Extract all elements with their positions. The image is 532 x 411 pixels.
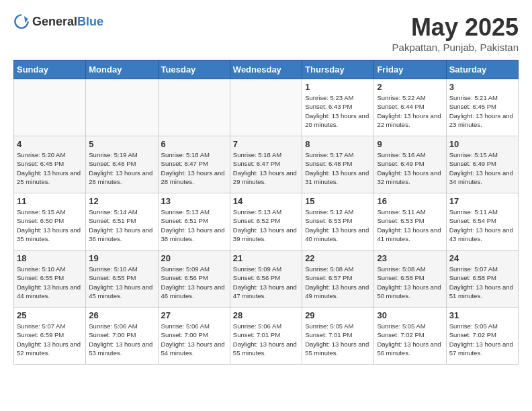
day-info: Sunrise: 5:18 AMSunset: 6:47 PMDaylight:… (233, 150, 299, 186)
day-info: Sunrise: 5:14 AMSunset: 6:51 PMDaylight:… (89, 208, 154, 243)
day-number: 6 (161, 139, 227, 149)
day-info: Sunrise: 5:12 AMSunset: 6:53 PMDaylight:… (305, 208, 371, 243)
day-info: Sunrise: 5:10 AMSunset: 6:55 PMDaylight:… (17, 265, 83, 300)
cell-w3-d3: 14Sunrise: 5:13 AMSunset: 6:52 PMDayligh… (230, 193, 302, 250)
day-info: Sunrise: 5:11 AMSunset: 6:54 PMDaylight:… (449, 208, 515, 243)
cell-w5-d4: 29Sunrise: 5:05 AMSunset: 7:01 PMDayligh… (302, 308, 374, 365)
day-number: 27 (161, 310, 227, 320)
day-info: Sunrise: 5:17 AMSunset: 6:48 PMDaylight:… (305, 150, 371, 186)
day-number: 14 (233, 196, 299, 206)
day-number: 9 (377, 139, 443, 149)
cell-w4-d0: 18Sunrise: 5:10 AMSunset: 6:55 PMDayligh… (14, 250, 86, 308)
calendar-header: Sunday Monday Tuesday Wednesday Thursday… (14, 60, 519, 79)
location-subtitle: Pakpattan, Punjab, Pakistan (392, 42, 519, 53)
day-info: Sunrise: 5:16 AMSunset: 6:49 PMDaylight:… (377, 150, 443, 186)
day-number: 29 (305, 310, 371, 320)
cell-w5-d5: 30Sunrise: 5:05 AMSunset: 7:02 PMDayligh… (374, 308, 446, 365)
day-info: Sunrise: 5:15 AMSunset: 6:49 PMDaylight:… (449, 150, 515, 186)
day-number: 2 (377, 82, 443, 92)
cell-w1-d2 (158, 79, 230, 136)
day-info: Sunrise: 5:09 AMSunset: 6:56 PMDaylight:… (161, 265, 227, 300)
cell-w5-d3: 28Sunrise: 5:06 AMSunset: 7:01 PMDayligh… (230, 308, 302, 365)
cell-w3-d5: 16Sunrise: 5:11 AMSunset: 6:53 PMDayligh… (374, 193, 446, 250)
day-info: Sunrise: 5:23 AMSunset: 6:43 PMDaylight:… (305, 93, 371, 129)
header-friday: Friday (374, 60, 446, 79)
header: GeneralBlue May 2025 Pakpattan, Punjab, … (13, 13, 519, 53)
day-number: 18 (17, 253, 83, 263)
day-number: 1 (305, 82, 371, 92)
day-number: 23 (377, 253, 443, 263)
cell-w3-d6: 17Sunrise: 5:11 AMSunset: 6:54 PMDayligh… (446, 193, 518, 250)
header-row: Sunday Monday Tuesday Wednesday Thursday… (14, 60, 519, 79)
day-number: 20 (161, 253, 227, 263)
cell-w1-d1 (86, 79, 158, 136)
day-number: 26 (89, 310, 154, 320)
day-number: 25 (17, 310, 83, 320)
day-info: Sunrise: 5:22 AMSunset: 6:44 PMDaylight:… (377, 93, 443, 129)
week-row-2: 4Sunrise: 5:20 AMSunset: 6:45 PMDaylight… (14, 136, 519, 193)
calendar-table: Sunday Monday Tuesday Wednesday Thursday… (13, 60, 519, 365)
day-info: Sunrise: 5:07 AMSunset: 6:58 PMDaylight:… (449, 265, 515, 300)
day-info: Sunrise: 5:06 AMSunset: 7:00 PMDaylight:… (89, 322, 154, 357)
cell-w1-d3 (230, 79, 302, 136)
day-info: Sunrise: 5:06 AMSunset: 7:01 PMDaylight:… (233, 322, 299, 357)
day-number: 24 (449, 253, 515, 263)
day-number: 21 (233, 253, 299, 263)
calendar-body: 1Sunrise: 5:23 AMSunset: 6:43 PMDaylight… (14, 79, 519, 365)
cell-w4-d4: 22Sunrise: 5:08 AMSunset: 6:57 PMDayligh… (302, 250, 374, 308)
logo: GeneralBlue (13, 13, 103, 30)
cell-w4-d3: 21Sunrise: 5:09 AMSunset: 6:56 PMDayligh… (230, 250, 302, 308)
cell-w1-d0 (14, 79, 86, 136)
day-number: 7 (233, 139, 299, 149)
day-info: Sunrise: 5:15 AMSunset: 6:50 PMDaylight:… (17, 208, 83, 243)
week-row-3: 11Sunrise: 5:15 AMSunset: 6:50 PMDayligh… (14, 193, 519, 250)
header-monday: Monday (86, 60, 158, 79)
day-info: Sunrise: 5:05 AMSunset: 7:02 PMDaylight:… (449, 322, 515, 357)
cell-w2-d2: 6Sunrise: 5:18 AMSunset: 6:47 PMDaylight… (158, 136, 230, 193)
day-info: Sunrise: 5:08 AMSunset: 6:57 PMDaylight:… (305, 265, 371, 300)
day-number: 5 (89, 139, 154, 149)
cell-w4-d2: 20Sunrise: 5:09 AMSunset: 6:56 PMDayligh… (158, 250, 230, 308)
header-wednesday: Wednesday (230, 60, 302, 79)
day-info: Sunrise: 5:20 AMSunset: 6:45 PMDaylight:… (17, 150, 83, 186)
day-number: 31 (449, 310, 515, 320)
cell-w3-d2: 13Sunrise: 5:13 AMSunset: 6:51 PMDayligh… (158, 193, 230, 250)
day-info: Sunrise: 5:18 AMSunset: 6:47 PMDaylight:… (161, 150, 227, 186)
header-sunday: Sunday (14, 60, 86, 79)
cell-w4-d1: 19Sunrise: 5:10 AMSunset: 6:55 PMDayligh… (86, 250, 158, 308)
day-info: Sunrise: 5:06 AMSunset: 7:00 PMDaylight:… (161, 322, 227, 357)
week-row-4: 18Sunrise: 5:10 AMSunset: 6:55 PMDayligh… (14, 250, 519, 308)
week-row-1: 1Sunrise: 5:23 AMSunset: 6:43 PMDaylight… (14, 79, 519, 136)
day-info: Sunrise: 5:19 AMSunset: 6:46 PMDaylight:… (89, 150, 154, 186)
month-year-title: May 2025 (392, 13, 519, 42)
cell-w2-d0: 4Sunrise: 5:20 AMSunset: 6:45 PMDaylight… (14, 136, 86, 193)
cell-w3-d4: 15Sunrise: 5:12 AMSunset: 6:53 PMDayligh… (302, 193, 374, 250)
day-info: Sunrise: 5:13 AMSunset: 6:52 PMDaylight:… (233, 208, 299, 243)
day-info: Sunrise: 5:09 AMSunset: 6:56 PMDaylight:… (233, 265, 299, 300)
day-info: Sunrise: 5:05 AMSunset: 7:01 PMDaylight:… (305, 322, 371, 357)
logo-text: GeneralBlue (32, 15, 103, 29)
cell-w1-d6: 3Sunrise: 5:21 AMSunset: 6:45 PMDaylight… (446, 79, 518, 136)
cell-w4-d5: 23Sunrise: 5:08 AMSunset: 6:58 PMDayligh… (374, 250, 446, 308)
day-number: 28 (233, 310, 299, 320)
day-info: Sunrise: 5:07 AMSunset: 6:59 PMDaylight:… (17, 322, 83, 357)
day-number: 12 (89, 196, 154, 206)
cell-w3-d1: 12Sunrise: 5:14 AMSunset: 6:51 PMDayligh… (86, 193, 158, 250)
day-info: Sunrise: 5:13 AMSunset: 6:51 PMDaylight:… (161, 208, 227, 243)
day-number: 19 (89, 253, 154, 263)
day-info: Sunrise: 5:21 AMSunset: 6:45 PMDaylight:… (449, 93, 515, 129)
cell-w2-d6: 10Sunrise: 5:15 AMSunset: 6:49 PMDayligh… (446, 136, 518, 193)
day-number: 4 (17, 139, 83, 149)
cell-w3-d0: 11Sunrise: 5:15 AMSunset: 6:50 PMDayligh… (14, 193, 86, 250)
cell-w2-d5: 9Sunrise: 5:16 AMSunset: 6:49 PMDaylight… (374, 136, 446, 193)
cell-w5-d0: 25Sunrise: 5:07 AMSunset: 6:59 PMDayligh… (14, 308, 86, 365)
day-number: 15 (305, 196, 371, 206)
day-number: 10 (449, 139, 515, 149)
cell-w4-d6: 24Sunrise: 5:07 AMSunset: 6:58 PMDayligh… (446, 250, 518, 308)
day-number: 3 (449, 82, 515, 92)
day-number: 8 (305, 139, 371, 149)
day-info: Sunrise: 5:08 AMSunset: 6:58 PMDaylight:… (377, 265, 443, 300)
day-info: Sunrise: 5:11 AMSunset: 6:53 PMDaylight:… (377, 208, 443, 243)
header-saturday: Saturday (446, 60, 518, 79)
header-thursday: Thursday (302, 60, 374, 79)
